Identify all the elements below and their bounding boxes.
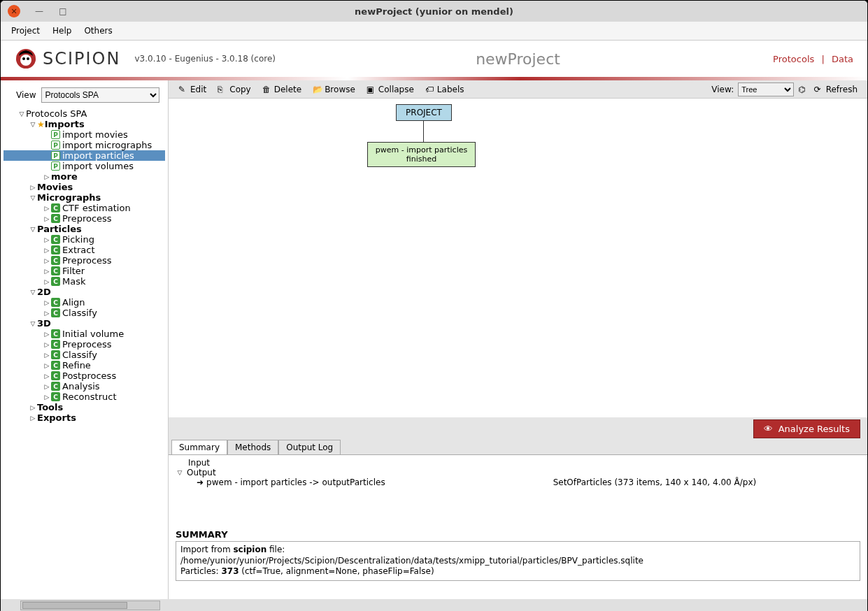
- svg-point-2: [27, 57, 29, 60]
- edit-button[interactable]: ✎Edit: [174, 83, 211, 96]
- analyze-results-button[interactable]: 👁 Analyze Results: [753, 419, 860, 438]
- copy-button[interactable]: ⎘Copy: [213, 83, 255, 96]
- eye-icon: 👁: [764, 424, 773, 434]
- summary-body: Import from scipion file: /home/yunior/y…: [176, 541, 860, 581]
- tree-import-volumes[interactable]: Pimport volumes: [3, 161, 165, 171]
- pencil-icon: ✎: [178, 85, 188, 94]
- tree-3d[interactable]: 3D: [3, 318, 165, 329]
- titlebar: ✕ — □ newProject (yunior on mendel): [1, 1, 867, 22]
- tree-3d-classify[interactable]: CClassify: [3, 350, 165, 360]
- collapse-button[interactable]: ▣Collapse: [362, 83, 418, 96]
- graph-canvas[interactable]: PROJECT pwem - import particles finished: [169, 99, 867, 417]
- browse-button[interactable]: 📂Browse: [308, 83, 360, 96]
- tree-picking[interactable]: CPicking: [3, 234, 165, 245]
- svg-point-1: [22, 57, 25, 60]
- tree-ctf-estimation[interactable]: CCTF estimation: [3, 203, 165, 213]
- tree-initial-volume[interactable]: CInitial volume: [3, 329, 165, 339]
- tag-icon: 🏷: [425, 85, 435, 94]
- folder-icon: 📂: [313, 85, 322, 94]
- bottom-panel: 👁 Analyze Results Summary Methods Output…: [169, 417, 867, 599]
- tree-p-preprocess[interactable]: CPreprocess: [3, 255, 165, 266]
- io-output-item[interactable]: ➜ pwem - import particles -> outputParti…: [197, 477, 860, 487]
- tree-2d[interactable]: 2D: [3, 287, 165, 297]
- view-label: View: [16, 90, 36, 100]
- menu-help[interactable]: Help: [52, 26, 71, 36]
- tree-layout-icon[interactable]: ⌬: [798, 85, 805, 94]
- link-sep: |: [817, 54, 828, 64]
- window-title: newProject (yunior on mendel): [355, 6, 513, 17]
- tree-tools[interactable]: Tools: [3, 402, 165, 412]
- protocol-tree: Protocols SPA ★Imports Pimport movies Pi…: [1, 108, 168, 423]
- tree-import-particles[interactable]: Pimport particles: [3, 150, 165, 161]
- menu-project[interactable]: Project: [11, 26, 40, 36]
- app-name: SCIPION: [43, 49, 120, 69]
- link-protocols[interactable]: Protocols: [773, 54, 814, 64]
- tree-classify[interactable]: CClassify: [3, 308, 165, 318]
- io-input-row[interactable]: Input: [188, 458, 860, 468]
- labels-button[interactable]: 🏷Labels: [421, 83, 469, 96]
- refresh-button[interactable]: ⟳Refresh: [810, 83, 862, 96]
- summary-header: SUMMARY: [176, 529, 860, 540]
- tree-root[interactable]: Protocols SPA: [3, 108, 165, 119]
- trash-icon: 🗑: [262, 85, 272, 94]
- sidebar: View Protocols SPA Protocols SPA ★Import…: [1, 80, 169, 599]
- delete-button[interactable]: 🗑Delete: [258, 83, 306, 96]
- tree-imports-more[interactable]: more: [3, 171, 165, 182]
- tree-import-micrographs[interactable]: Pimport micrographs: [3, 140, 165, 150]
- tab-methods[interactable]: Methods: [227, 440, 278, 454]
- tree-postprocess[interactable]: CPostprocess: [3, 371, 165, 381]
- toolbar-view-select[interactable]: Tree: [738, 82, 794, 96]
- tree-filter[interactable]: CFilter: [3, 266, 165, 276]
- tree-refine[interactable]: CRefine: [3, 360, 165, 371]
- node-project[interactable]: PROJECT: [396, 104, 452, 121]
- graph-connector: [423, 121, 424, 142]
- toolbar: ✎Edit ⎘Copy 🗑Delete 📂Browse ▣Collapse 🏷L…: [169, 80, 867, 99]
- menubar: Project Help Others: [1, 22, 867, 41]
- view-select[interactable]: Protocols SPA: [41, 87, 159, 103]
- scipion-logo-icon: [15, 48, 37, 70]
- window-maximize-button[interactable]: □: [58, 6, 68, 16]
- tree-micrographs[interactable]: Micrographs: [3, 192, 165, 203]
- io-output-row[interactable]: Output: [176, 468, 860, 477]
- toolbar-view-label: View:: [711, 85, 734, 94]
- tree-mg-preprocess[interactable]: CPreprocess: [3, 213, 165, 224]
- tree-imports[interactable]: ★Imports: [3, 119, 165, 129]
- tree-mask[interactable]: CMask: [3, 276, 165, 287]
- menu-others[interactable]: Others: [84, 26, 112, 36]
- tree-reconstruct[interactable]: CReconstruct: [3, 391, 165, 402]
- tree-analysis[interactable]: CAnalysis: [3, 381, 165, 391]
- copy-icon: ⎘: [218, 85, 227, 94]
- tab-output-log[interactable]: Output Log: [278, 440, 341, 454]
- horizontal-scrollbar[interactable]: [1, 599, 867, 611]
- tree-exports[interactable]: Exports: [3, 412, 165, 423]
- tree-3d-preprocess[interactable]: CPreprocess: [3, 339, 165, 350]
- refresh-icon: ⟳: [814, 85, 824, 94]
- window-close-button[interactable]: ✕: [8, 5, 20, 17]
- arrow-icon: ➜: [197, 477, 204, 487]
- svg-point-0: [20, 55, 31, 66]
- tree-movies[interactable]: Movies: [3, 182, 165, 192]
- tab-content: Input Output ➜ pwem - import particles -…: [169, 454, 867, 599]
- tree-align[interactable]: CAlign: [3, 297, 165, 308]
- app-header: SCIPION v3.0.10 - Eugenius - 3.0.18 (cor…: [1, 41, 867, 77]
- tab-summary[interactable]: Summary: [171, 440, 227, 454]
- app-version: v3.0.10 - Eugenius - 3.0.18 (core): [134, 54, 276, 64]
- project-name: newProject: [476, 50, 560, 68]
- tree-particles[interactable]: Particles: [3, 224, 165, 234]
- tree-import-movies[interactable]: Pimport movies: [3, 129, 165, 140]
- tree-extract[interactable]: CExtract: [3, 245, 165, 255]
- window-minimize-button[interactable]: —: [34, 6, 44, 16]
- link-data[interactable]: Data: [832, 54, 853, 64]
- collapse-icon: ▣: [367, 85, 376, 94]
- node-import-particles[interactable]: pwem - import particles finished: [367, 142, 476, 167]
- output-description: SetOfParticles (373 items, 140 x 140, 4.…: [553, 477, 757, 487]
